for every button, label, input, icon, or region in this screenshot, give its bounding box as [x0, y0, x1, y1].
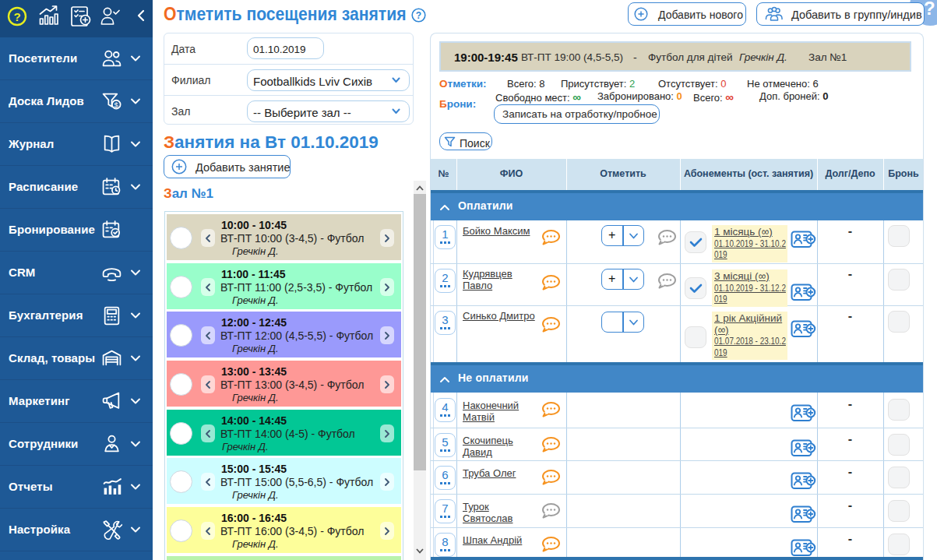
svg-text:?: ?: [13, 10, 20, 23]
svg-text:?: ?: [416, 10, 421, 21]
svg-text:$: $: [114, 101, 119, 109]
